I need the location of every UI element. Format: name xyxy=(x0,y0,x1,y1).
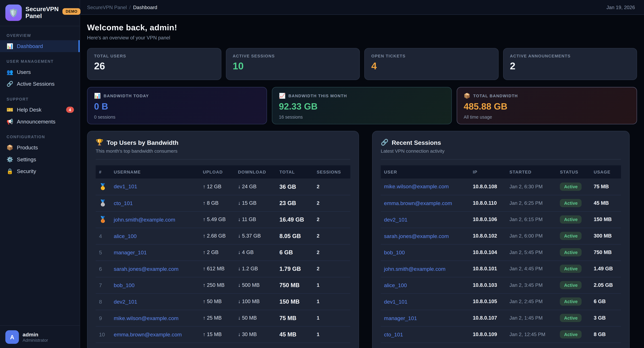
sidebar-item-products[interactable]: 📦 Products xyxy=(0,142,80,154)
username-link[interactable]: cto_101 xyxy=(114,200,133,206)
sessions-cell: 2 xyxy=(313,244,350,261)
usage-cell: 8 GB xyxy=(590,326,621,343)
table-row: 7 bob_100 ↑ 250 MB ↓ 500 MB 750 MB 1 xyxy=(96,277,350,293)
download-cell: ↓ 1.2 GB xyxy=(235,260,276,277)
session-user-link[interactable]: dev2_101 xyxy=(384,216,408,222)
table-row: 🥉 john.smith@example.com ↑ 5.49 GB ↓ 11 … xyxy=(96,211,350,228)
help-desk-count-badge: 4 xyxy=(66,107,74,113)
table-row: cto_101 10.8.0.109 Jan 2, 12:45 PM Activ… xyxy=(381,326,621,343)
username-cell: alice_100 xyxy=(110,228,200,244)
usage-cell: 2.05 GB xyxy=(590,277,621,293)
started-cell: Jan 2, 6:00 PM xyxy=(506,228,557,244)
username-link[interactable]: dev1_101 xyxy=(114,183,137,189)
table-header-row: # USERNAME UPLOAD DOWNLOAD TOTAL SESSION… xyxy=(96,165,350,178)
session-user-link[interactable]: sarah.jones@example.com xyxy=(384,233,449,239)
package-icon: 📦 xyxy=(6,144,13,151)
session-user-link[interactable]: emma.brown@example.com xyxy=(384,200,452,206)
bandwidth-card-value: 92.33 GB xyxy=(279,101,445,112)
sidebar-item-dashboard[interactable]: 📊 Dashboard xyxy=(0,40,80,52)
upload-cell: ↑ 12 GB xyxy=(200,178,235,195)
sessions-cell: 1 xyxy=(313,293,350,310)
sessions-cell: 2 xyxy=(313,195,350,211)
user-cell: alice_100 xyxy=(381,277,470,293)
sidebar-item-active-sessions[interactable]: 🔗 Active Sessions xyxy=(0,78,80,90)
username-link[interactable]: dev2_101 xyxy=(114,298,137,305)
rank-cell: 10 xyxy=(96,326,110,343)
user-name: admin xyxy=(22,331,48,338)
username-link[interactable]: bob_100 xyxy=(114,282,134,288)
sidebar-item-announcements[interactable]: 📢 Announcements xyxy=(0,116,80,128)
user-cell: john.smith@example.com xyxy=(381,260,470,277)
sidebar-user-card[interactable]: A admin Administrator xyxy=(0,325,80,348)
session-user-link[interactable]: dev1_101 xyxy=(384,298,408,305)
table-row: dev1_101 10.8.0.105 Jan 2, 2:45 PM Activ… xyxy=(381,293,621,310)
username-link[interactable]: john.smith@example.com xyxy=(114,216,175,222)
total-cell: 1.79 GB xyxy=(276,260,313,277)
download-cell: ↓ 11 GB xyxy=(235,211,276,228)
username-cell: manager_101 xyxy=(110,244,200,261)
sidebar-item-users[interactable]: 👥 Users xyxy=(0,66,80,78)
session-user-link[interactable]: alice_100 xyxy=(384,282,407,288)
status-cell: Active xyxy=(557,326,590,343)
sidebar-item-help-desk[interactable]: 🎫 Help Desk 4 xyxy=(0,104,80,116)
breadcrumb-root-link[interactable]: SecureVPN Panel xyxy=(87,4,127,10)
ip-cell: 10.8.0.102 xyxy=(470,228,506,244)
sessions-cell: 1 xyxy=(313,277,350,293)
stat-card-total-users: TOTAL USERS 26 xyxy=(87,48,221,80)
session-user-link[interactable]: cto_101 xyxy=(384,331,403,337)
sessions-cell: 1 xyxy=(313,326,350,343)
rank-cell: 4 xyxy=(96,228,110,244)
session-user-link[interactable]: bob_100 xyxy=(384,249,405,255)
sidebar-item-settings[interactable]: ⚙️ Settings xyxy=(0,154,80,165)
status-cell: Active xyxy=(557,310,590,326)
table-row: alice_100 10.8.0.103 Jan 2, 3:45 PM Acti… xyxy=(381,277,621,293)
sidebar-user-meta: admin Administrator xyxy=(22,331,48,343)
status-cell: Active xyxy=(557,178,590,195)
username-link[interactable]: sarah.jones@example.com xyxy=(114,266,178,272)
col-started: STARTED xyxy=(506,165,557,178)
rank-cell: 8 xyxy=(96,293,110,310)
page-title: Welcome back, admin! xyxy=(87,23,637,32)
recent-sessions-table: USER IP STARTED STATUS USAGE mike.wilson… xyxy=(381,165,621,343)
user-cell: mike.wilson@example.com xyxy=(381,178,470,195)
tables-row: 🏆 Top Users by Bandwidth This month's to… xyxy=(87,131,637,348)
started-cell: Jan 2, 5:45 PM xyxy=(506,244,557,261)
sessions-cell: 2 xyxy=(313,260,350,277)
status-badge: Active xyxy=(560,298,582,306)
sidebar-item-label: Announcements xyxy=(17,119,56,125)
sidebar-item-security[interactable]: 🔒 Security xyxy=(0,165,80,177)
bandwidth-card-sub: All time usage xyxy=(464,115,630,119)
bandwidth-month-card: 📈 BANDWIDTH THIS MONTH 92.33 GB 16 sessi… xyxy=(272,87,452,124)
status-badge: Active xyxy=(560,330,582,339)
nav-section-support: SUPPORT 🎫 Help Desk 4 📢 Announcements xyxy=(0,95,80,128)
download-cell: ↓ 4 GB xyxy=(235,244,276,261)
ip-cell: 10.8.0.108 xyxy=(470,178,506,195)
total-cell: 45 MB xyxy=(276,326,313,343)
username-link[interactable]: alice_100 xyxy=(114,233,137,239)
username-link[interactable]: emma.brown@example.com xyxy=(114,331,182,337)
panel-subtitle: Latest VPN connection activity xyxy=(381,149,621,160)
breadcrumb-current: Dashboard xyxy=(133,4,157,10)
usage-cell: 6 GB xyxy=(590,293,621,310)
status-badge: Active xyxy=(560,215,582,224)
table-row: 5 manager_101 ↑ 2 GB ↓ 4 GB 6 GB 2 xyxy=(96,244,350,261)
page-subtitle: Here's an overview of your VPN panel xyxy=(87,35,637,41)
session-user-link[interactable]: manager_101 xyxy=(384,315,417,321)
session-user-link[interactable]: mike.wilson@example.com xyxy=(384,183,449,189)
table-row: 🥈 cto_101 ↑ 8 GB ↓ 15 GB 23 GB 2 xyxy=(96,195,350,211)
user-cell: dev1_101 xyxy=(381,293,470,310)
session-user-link[interactable]: john.smith@example.com xyxy=(384,266,446,272)
recent-sessions-panel: 🔗 Recent Sessions Latest VPN connection … xyxy=(372,131,630,348)
username-link[interactable]: mike.wilson@example.com xyxy=(114,315,178,321)
table-row: manager_101 10.8.0.107 Jan 2, 1:45 PM Ac… xyxy=(381,310,621,326)
status-badge: Active xyxy=(560,232,582,240)
panel-title-text: Recent Sessions xyxy=(392,139,441,146)
bandwidth-card-value: 0 B xyxy=(94,101,260,112)
table-header-row: USER IP STARTED STATUS USAGE xyxy=(381,165,621,178)
stat-card-active-announcements: ACTIVE ANNOUNCEMENTS 2 xyxy=(503,48,637,80)
usage-cell: 300 MB xyxy=(590,228,621,244)
bandwidth-card-sub: 0 sessions xyxy=(94,115,260,119)
username-link[interactable]: manager_101 xyxy=(114,249,147,255)
user-cell: dev2_101 xyxy=(381,211,470,228)
username-cell: dev1_101 xyxy=(110,178,200,195)
